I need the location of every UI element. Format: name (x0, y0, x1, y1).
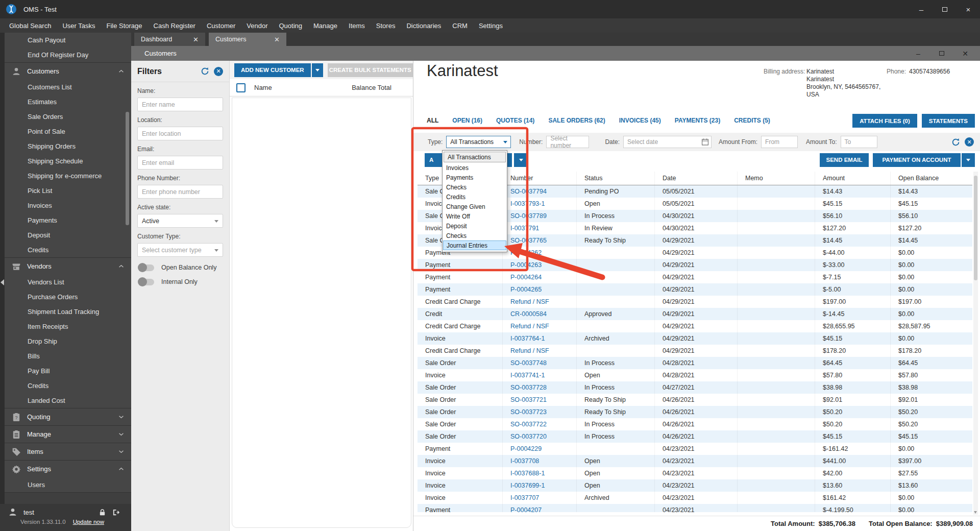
sidebar-item-item-receipts[interactable]: Item Receipts (5, 319, 131, 334)
tab-all[interactable]: ALL (427, 117, 438, 129)
sidebar-item-shipping-orders[interactable]: Shipping Orders (5, 139, 131, 154)
column-memo[interactable]: Memo (738, 172, 815, 185)
cell-number[interactable]: SO-0037794 (503, 185, 577, 198)
sidebar-item-vendors-list[interactable]: Vendors List (5, 275, 131, 289)
column-open-balance[interactable]: Open Balance (891, 172, 972, 185)
dropdown-option-checks[interactable]: Checks (443, 182, 507, 192)
sidebar-item-pick-list[interactable]: Pick List (5, 183, 131, 198)
sidebar-item-drop-ship[interactable]: Drop Ship (5, 334, 131, 349)
tab-invoices-45[interactable]: INVOICES (45) (619, 117, 661, 129)
column-number[interactable]: Number (503, 172, 577, 185)
sidebar-item-invoices[interactable]: Invoices (5, 198, 131, 213)
close-icon[interactable]: ✕ (179, 36, 199, 43)
menu-items[interactable]: Items (343, 22, 371, 30)
table-row[interactable]: InvoiceI-0037741-1Open04/28/2021$57.80$5… (418, 369, 972, 381)
sidebar-item-end-of-register-day[interactable]: End Of Register Day (5, 47, 131, 62)
cell-number[interactable]: I-0037708 (503, 455, 577, 467)
location-filter-input[interactable] (137, 127, 223, 140)
sidebar-item-landed-cost[interactable]: Landed Cost (5, 393, 131, 408)
logout-icon[interactable] (112, 509, 120, 516)
sidebar-item-shipping-schedule[interactable]: Shipping Schedule (5, 154, 131, 168)
sidebar-group-vendors[interactable]: Vendors (5, 258, 131, 275)
statements-button[interactable]: STATEMENTS (922, 114, 975, 128)
tab-quotes-14[interactable]: QUOTES (14) (496, 117, 534, 129)
toggle-track[interactable] (139, 264, 154, 271)
cell-number[interactable]: P-0004263 (503, 259, 577, 271)
inner-restore-button[interactable] (930, 46, 953, 61)
tab-payments-23[interactable]: PAYMENTS (23) (675, 117, 720, 129)
sidebar-item-point-of-sale[interactable]: Point of Sale (5, 124, 131, 139)
customer-type-select[interactable]: Select customer type (137, 243, 223, 257)
sidebar-group-quoting[interactable]: ?Quoting (5, 408, 131, 425)
cell-number[interactable]: P-0004265 (503, 283, 577, 296)
cell-number[interactable]: P-0004207 (503, 504, 577, 512)
sidebar-scrollbar[interactable] (126, 112, 129, 225)
cell-number[interactable]: SO-0037748 (503, 357, 577, 369)
sidebar-item-pay-bill[interactable]: Pay Bill (5, 364, 131, 378)
table-row[interactable]: Sale OrderSO-0037748In Process04/28/2021… (418, 357, 972, 369)
menu-cash-register[interactable]: Cash Register (148, 22, 201, 30)
table-row[interactable]: Credit Card ChargeRefund / NSF04/29/2021… (418, 320, 972, 332)
payment-on-account-dropdown-button[interactable] (962, 153, 975, 167)
menu-dictionaries[interactable]: Dictionaries (401, 22, 447, 30)
table-row[interactable]: Sale OrderSO-0037721Ready To Ship04/26/2… (418, 394, 972, 406)
menu-customer[interactable]: Customer (201, 22, 241, 30)
table-row[interactable]: PaymentP-000422904/23/2021$-161.42$0.00 (418, 443, 972, 455)
sidebar-group-settings[interactable]: Settings (5, 461, 131, 477)
sidebar-item-users[interactable]: Users (5, 477, 131, 492)
sidebar-item-deposit[interactable]: Deposit (5, 228, 131, 243)
send-email-button[interactable]: SEND EMAIL (820, 153, 869, 167)
sidebar-item-credits[interactable]: Credits (5, 378, 131, 393)
table-row[interactable]: Sale OrderSO-0037722In Process04/26/2021… (418, 418, 972, 430)
table-scrollbar[interactable] (973, 172, 978, 515)
cell-number[interactable]: I-0037741-1 (503, 369, 577, 381)
cell-number[interactable]: Refund / NSF (503, 345, 577, 357)
sidebar-item-customers-list[interactable]: Customers List (5, 80, 131, 94)
table-row[interactable]: InvoiceI-0037699-1Open04/23/2021$13.60$1… (418, 479, 972, 492)
close-icon[interactable]: ✕ (260, 36, 280, 43)
attach-files-button[interactable]: ATTACH FILES (0) (852, 114, 917, 128)
clear-filters-icon[interactable]: ✕ (965, 137, 974, 147)
cell-number[interactable]: Refund / NSF (503, 320, 577, 332)
tab-open-16[interactable]: OPEN (16) (452, 117, 482, 129)
cell-number[interactable]: SO-0037765 (503, 234, 577, 247)
email-filter-input[interactable] (137, 156, 223, 170)
sidebar-group-customers[interactable]: Customers (5, 63, 131, 80)
column-amount[interactable]: Amount (815, 172, 891, 185)
table-row[interactable]: PaymentP-000426404/29/2021$-7.15$0.00 (418, 271, 972, 283)
tab-credits-5[interactable]: CREDITS (5) (734, 117, 770, 129)
table-row[interactable]: Credit Card ChargeRefund / NSF04/29/2021… (418, 345, 972, 357)
cell-number[interactable]: I-0037707 (503, 492, 577, 504)
sidebar-item-purchase-orders[interactable]: Purchase Orders (5, 289, 131, 304)
create-bulk-statements-button[interactable]: CREATE BULK STATEMENTS (328, 63, 413, 77)
table-row[interactable]: Credit Card ChargeRefund / NSF04/29/2021… (418, 296, 972, 308)
dropdown-option-deposit[interactable]: Deposit (443, 221, 507, 231)
sidebar-item-estimates[interactable]: Estimates (5, 94, 131, 109)
cell-number[interactable]: I-0037688-1 (503, 467, 577, 479)
column-date[interactable]: Date (655, 172, 738, 185)
refresh-icon[interactable] (201, 67, 209, 76)
cell-number[interactable]: P-0004262 (503, 247, 577, 259)
sidebar-item-shipping-for-e-commerce[interactable]: Shipping for e-commerce (5, 168, 131, 183)
menu-manage[interactable]: Manage (308, 22, 343, 30)
sidebar-item-sale-orders[interactable]: Sale Orders (5, 109, 131, 124)
amount-to-input[interactable]: To (841, 136, 877, 148)
name-filter-input[interactable] (137, 98, 223, 111)
scrollbar-thumb[interactable] (974, 176, 977, 280)
date-input[interactable]: Select date (623, 136, 712, 148)
dropdown-option-write-off[interactable]: Write Off (443, 211, 507, 221)
cell-number[interactable]: P-0004264 (503, 271, 577, 283)
toggle-track[interactable] (139, 279, 154, 285)
phone-filter-input[interactable] (137, 185, 223, 199)
cell-number[interactable]: SO-0037728 (503, 381, 577, 394)
table-row[interactable]: PaymentP-000420704/23/2021$-4,199.50$0.0… (418, 504, 972, 512)
dropdown-option-change-given[interactable]: Change Given (443, 202, 507, 211)
number-input[interactable]: Select number (546, 136, 589, 148)
menu-crm[interactable]: CRM (447, 22, 473, 30)
refresh-icon[interactable] (951, 138, 960, 147)
payment-on-account-button[interactable]: PAYMENT ON ACCOUNT (873, 153, 961, 167)
tab-sale-orders-62[interactable]: SALE ORDERS (62) (548, 117, 605, 129)
table-row[interactable]: Sale OrderSO-0037728In Process04/27/2021… (418, 381, 972, 394)
dropdown-option-all-transactions[interactable]: All Transactions (444, 152, 506, 162)
table-row[interactable]: PaymentP-000426304/29/2021$-33.00$0.00 (418, 259, 972, 271)
